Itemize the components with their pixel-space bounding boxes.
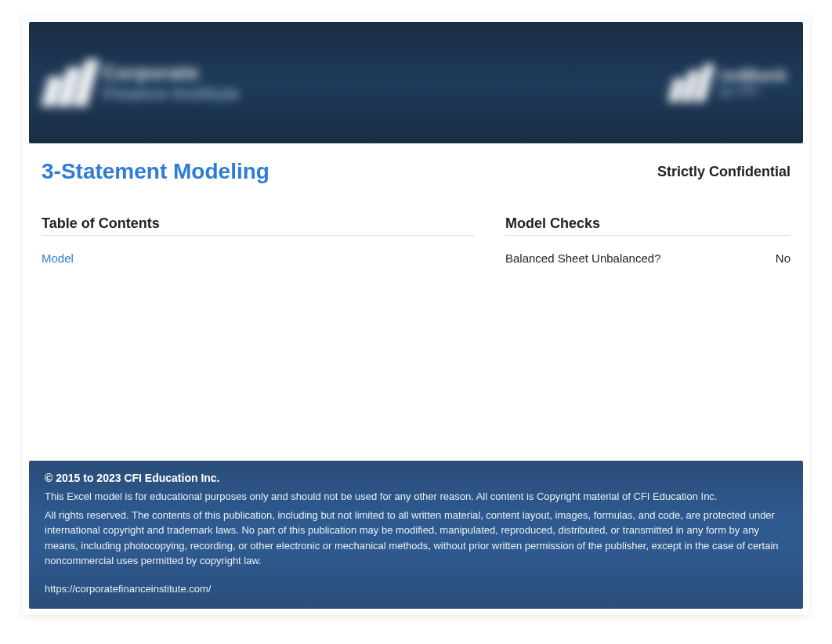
toc-link-model[interactable]: Model <box>42 251 474 265</box>
copyright-text: © 2015 to 2023 CFI Education Inc. <box>45 472 787 484</box>
page-container: Corporate Finance Institute redBank by C… <box>23 16 809 615</box>
toc-heading: Table of Contents <box>42 215 474 236</box>
logo-right-text: redBank by CFI <box>719 67 787 99</box>
logo-left-line1: Corporate <box>103 62 240 84</box>
content-area: 3-Statement Modeling Strictly Confidenti… <box>23 150 809 461</box>
disclaimer-line2: All rights reserved. The contents of thi… <box>45 508 787 569</box>
footer-box: © 2015 to 2023 CFI Education Inc. This E… <box>29 461 803 609</box>
check-value: No <box>776 251 790 265</box>
confidential-label: Strictly Confidential <box>657 164 790 180</box>
logo-left-text: Corporate Finance Institute <box>103 62 240 104</box>
checks-column: Model Checks Balanced Sheet Unbalanced? … <box>505 215 790 265</box>
page-title: 3-Statement Modeling <box>42 159 269 184</box>
logo-left-line2: Finance Institute <box>103 84 240 104</box>
check-row: Balanced Sheet Unbalanced? No <box>505 251 790 265</box>
logo-right-line2: by CFI <box>719 85 787 99</box>
logo-right: redBank by CFI <box>671 64 787 102</box>
columns: Table of Contents Model Model Checks Bal… <box>42 215 790 265</box>
logo-left: Corporate Finance Institute <box>45 60 240 107</box>
title-row: 3-Statement Modeling Strictly Confidenti… <box>42 159 790 184</box>
header-banner: Corporate Finance Institute redBank by C… <box>29 22 803 143</box>
checks-heading: Model Checks <box>505 215 790 236</box>
logo-bars-icon <box>45 60 93 107</box>
logo-bars-icon <box>671 64 710 102</box>
logo-right-line1: redBank <box>719 67 787 85</box>
footer-url[interactable]: https://corporatefinanceinstitute.com/ <box>45 583 787 595</box>
toc-column: Table of Contents Model <box>42 215 474 265</box>
check-label: Balanced Sheet Unbalanced? <box>505 251 661 265</box>
disclaimer-line1: This Excel model is for educational purp… <box>45 489 787 505</box>
